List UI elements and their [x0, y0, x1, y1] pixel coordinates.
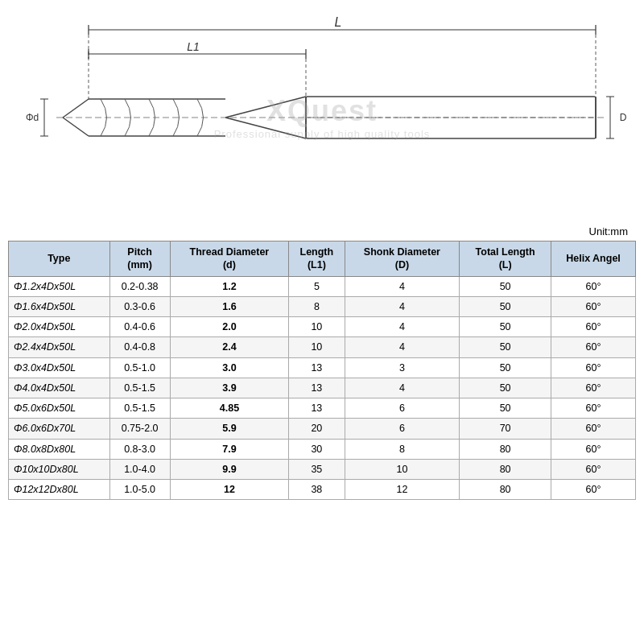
cell-r3-c5: 50 [460, 337, 551, 357]
cell-r0-c1: 0.2-0.38 [109, 276, 170, 296]
cell-r10-c0: Φ12x12Dx80L [9, 480, 110, 500]
cell-r4-c2: 3.0 [170, 357, 288, 378]
cell-r2-c2: 2.0 [170, 317, 288, 337]
cell-r0-c6: 60° [551, 276, 636, 296]
cell-r1-c0: Φ1.6x4Dx50L [9, 296, 110, 316]
cell-r5-c1: 0.5-1.5 [109, 378, 170, 398]
cell-r2-c5: 50 [460, 317, 551, 337]
cell-r9-c4: 10 [345, 459, 460, 479]
table-row: Φ1.2x4Dx50L0.2-0.381.2545060° [9, 276, 636, 296]
cell-r4-c1: 0.5-1.0 [109, 357, 170, 378]
col-header-shank-dia: Shonk Diameter(D) [345, 242, 460, 277]
table-row: Φ3.0x4Dx50L0.5-1.03.01335060° [9, 357, 636, 378]
cell-r2-c3: 10 [289, 317, 345, 337]
cell-r7-c3: 20 [289, 419, 345, 439]
specs-table: Type Pitch(mm) Thread Diameter(d) Length… [8, 241, 636, 500]
col-header-total-length: Total Length(L) [460, 242, 551, 277]
cell-r9-c2: 9.9 [170, 459, 288, 479]
cell-r0-c3: 5 [289, 276, 345, 296]
table-header-row: Type Pitch(mm) Thread Diameter(d) Length… [9, 242, 636, 277]
cell-r1-c5: 50 [460, 296, 551, 316]
cell-r4-c6: 60° [551, 357, 636, 378]
col-header-helix: Helix Angel [551, 242, 636, 277]
cell-r8-c4: 8 [345, 439, 460, 459]
cell-r5-c6: 60° [551, 378, 636, 398]
cell-r2-c1: 0.4-0.6 [109, 317, 170, 337]
svg-text:L: L [335, 15, 342, 29]
svg-text:Φd: Φd [26, 112, 39, 123]
table-row: Φ4.0x4Dx50L0.5-1.53.91345060° [9, 378, 636, 398]
cell-r6-c3: 13 [289, 398, 345, 419]
col-header-length: Length(L1) [289, 242, 345, 277]
cell-r10-c1: 1.0-5.0 [109, 480, 170, 500]
table-body: Φ1.2x4Dx50L0.2-0.381.2545060°Φ1.6x4Dx50L… [9, 276, 636, 500]
cell-r10-c3: 38 [289, 480, 345, 500]
cell-r1-c2: 1.6 [170, 296, 288, 316]
cell-r6-c4: 6 [345, 398, 460, 419]
cell-r5-c3: 13 [289, 378, 345, 398]
cell-r6-c2: 4.85 [170, 398, 288, 419]
cell-r9-c1: 1.0-4.0 [109, 459, 170, 479]
cell-r2-c6: 60° [551, 317, 636, 337]
cell-r0-c4: 4 [345, 276, 460, 296]
cell-r3-c6: 60° [551, 337, 636, 357]
watermark: XQuest Professional supply of high quali… [214, 94, 431, 140]
cell-r6-c0: Φ5.0x6Dx50L [9, 398, 110, 419]
svg-line-16 [63, 118, 89, 136]
col-header-pitch: Pitch(mm) [109, 242, 170, 277]
cell-r9-c0: Φ10x10Dx80L [9, 459, 110, 479]
cell-r4-c4: 3 [345, 357, 460, 378]
col-header-thread-dia: Thread Diameter(d) [170, 242, 288, 277]
cell-r9-c5: 80 [460, 459, 551, 479]
cell-r5-c5: 50 [460, 378, 551, 398]
diagram-area: L L1 [8, 8, 636, 225]
cell-r8-c2: 7.9 [170, 439, 288, 459]
cell-r8-c6: 60° [551, 439, 636, 459]
cell-r4-c0: Φ3.0x4Dx50L [9, 357, 110, 378]
watermark-title: XQuest [266, 94, 378, 128]
cell-r8-c5: 80 [460, 439, 551, 459]
page-wrapper: L L1 [0, 0, 644, 644]
cell-r3-c3: 10 [289, 337, 345, 357]
cell-r7-c5: 70 [460, 419, 551, 439]
cell-r1-c6: 60° [551, 296, 636, 316]
cell-r5-c4: 4 [345, 378, 460, 398]
svg-text:D: D [620, 112, 627, 123]
cell-r6-c5: 50 [460, 398, 551, 419]
cell-r2-c4: 4 [345, 317, 460, 337]
cell-r10-c5: 80 [460, 480, 551, 500]
cell-r9-c3: 35 [289, 459, 345, 479]
cell-r8-c3: 30 [289, 439, 345, 459]
cell-r3-c2: 2.4 [170, 337, 288, 357]
table-row: Φ2.4x4Dx50L0.4-0.82.41045060° [9, 337, 636, 357]
unit-label: Unit:mm [8, 225, 636, 237]
table-row: Φ8.0x8Dx80L0.8-3.07.93088060° [9, 439, 636, 459]
cell-r0-c5: 50 [460, 276, 551, 296]
cell-r10-c6: 60° [551, 480, 636, 500]
col-header-type: Type [9, 242, 110, 277]
cell-r6-c1: 0.5-1.5 [109, 398, 170, 419]
cell-r7-c2: 5.9 [170, 419, 288, 439]
svg-text:L1: L1 [187, 40, 200, 53]
table-row: Φ10x10Dx80L1.0-4.09.935108060° [9, 459, 636, 479]
table-row: Φ12x12Dx80L1.0-5.01238128060° [9, 480, 636, 500]
cell-r7-c4: 6 [345, 419, 460, 439]
cell-r8-c1: 0.8-3.0 [109, 439, 170, 459]
cell-r8-c0: Φ8.0x8Dx80L [9, 439, 110, 459]
cell-r1-c1: 0.3-0.6 [109, 296, 170, 316]
cell-r7-c6: 60° [551, 419, 636, 439]
table-row: Φ1.6x4Dx50L0.3-0.61.6845060° [9, 296, 636, 316]
table-row: Φ6.0x6Dx70L0.75-2.05.92067060° [9, 419, 636, 439]
cell-r3-c0: Φ2.4x4Dx50L [9, 337, 110, 357]
table-row: Φ2.0x4Dx50L0.4-0.62.01045060° [9, 317, 636, 337]
cell-r10-c2: 12 [170, 480, 288, 500]
svg-line-15 [63, 99, 89, 118]
cell-r6-c6: 60° [551, 398, 636, 419]
cell-r4-c3: 13 [289, 357, 345, 378]
cell-r7-c0: Φ6.0x6Dx70L [9, 419, 110, 439]
cell-r10-c4: 12 [345, 480, 460, 500]
table-row: Φ5.0x6Dx50L0.5-1.54.851365060° [9, 398, 636, 419]
cell-r2-c0: Φ2.0x4Dx50L [9, 317, 110, 337]
cell-r1-c3: 8 [289, 296, 345, 316]
cell-r5-c0: Φ4.0x4Dx50L [9, 378, 110, 398]
